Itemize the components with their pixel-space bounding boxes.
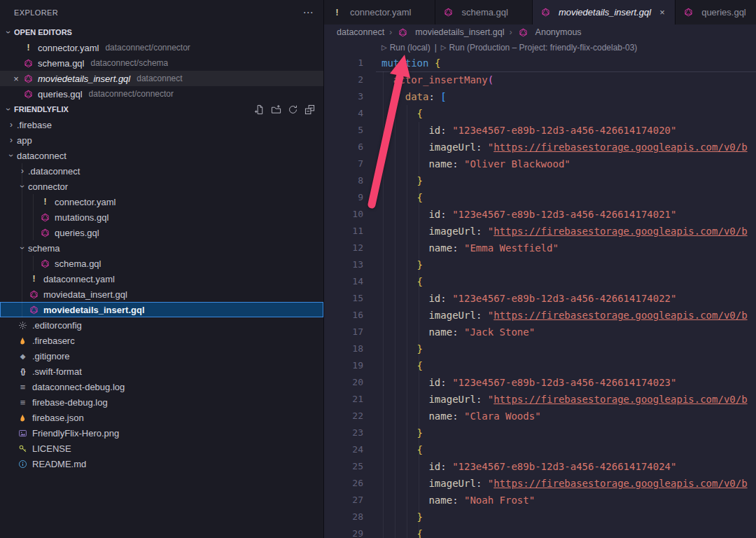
tree-item-firebaserc[interactable]: .firebaserc [0, 333, 323, 348]
run-local-link[interactable]: ▷ Run (local) [382, 43, 430, 53]
chevron-right-icon: › [6, 120, 17, 130]
file-label: queries.gql [55, 228, 99, 238]
breadcrumb-item-moviedetails-insert-gql[interactable]: moviedetails_insert.gql [397, 27, 504, 38]
tree-item-editorconfig[interactable]: .editorconfig [0, 317, 323, 333]
new-folder-icon[interactable] [271, 104, 281, 115]
code-line-4: 4 { [324, 105, 756, 122]
open-editor-item-queries-gql[interactable]: queries.gqldataconnect/connector [0, 86, 323, 102]
tree-item-moviedetails-insert-gql[interactable]: moviedetails_insert.gql [0, 302, 323, 317]
tab-connector-yaml[interactable]: !connector.yaml [324, 0, 435, 25]
tree-item-dataconnect[interactable]: ›.dataconnect [0, 163, 323, 179]
sticky-separator [376, 71, 756, 72]
close-icon[interactable]: × [657, 7, 668, 18]
line-number: 20 [324, 374, 363, 391]
graphql-icon [39, 258, 51, 269]
firebase-flame-icon [17, 335, 29, 346]
code-line-23: 23 } [324, 425, 756, 441]
tree-item-dataconnect[interactable]: ›dataconnect [0, 148, 323, 163]
tree-item-app[interactable]: ›app [0, 132, 323, 148]
refresh-icon[interactable] [288, 104, 298, 115]
code-text: } [363, 172, 423, 189]
tree-item-license[interactable]: LICENSE [0, 441, 323, 456]
indent-guide [383, 71, 384, 538]
tab-moviedetails-insert-gql[interactable]: moviedetails_insert.gql× [533, 0, 676, 25]
graphql-icon [682, 7, 694, 18]
code-line-26: 26 imageUrl: "https://firebasestorage.go… [324, 475, 756, 492]
code-line-1: 1mutation { [324, 55, 756, 71]
code-text: imageUrl: "https://firebasestorage.googl… [363, 307, 748, 324]
tree-indent-guide [22, 225, 22, 240]
file-label: .gitignore [32, 351, 69, 361]
more-actions-icon[interactable]: ⋯ [303, 6, 314, 19]
codelens: ▷ Run (local) | ▷ Run (Production – Proj… [324, 40, 756, 55]
tree-item-readme-md[interactable]: README.md [0, 456, 323, 471]
tree-item-connector[interactable]: ›connector [0, 179, 323, 194]
line-number: 15 [324, 290, 363, 307]
code-text: { [363, 357, 423, 374]
code-line-16: 16 imageUrl: "https://firebasestorage.go… [324, 307, 756, 324]
code-text: mutation { [363, 55, 440, 71]
line-number: 8 [324, 172, 363, 189]
tree-item-schema-gql[interactable]: schema.gql [0, 256, 323, 271]
open-editor-item-connector-yaml[interactable]: !connector.yamldataconnect/connector [0, 40, 323, 55]
tree-item-firebase-debug-log[interactable]: ≡firebase-debug.log [0, 394, 323, 410]
tree-item-schema[interactable]: ›schema [0, 240, 323, 256]
run-production-link[interactable]: ▷ Run (Production – Project: friendly-fl… [441, 43, 638, 53]
tree-indent-guide [22, 271, 22, 287]
collapse-all-icon[interactable] [304, 104, 315, 115]
tree-item-gitignore[interactable]: ◆.gitignore [0, 348, 323, 364]
section-action-icons [254, 104, 323, 115]
tree-item-dataconnect-yaml[interactable]: !dataconnect.yaml [0, 271, 323, 287]
tree-item-moviedata-insert-gql[interactable]: moviedata_insert.gql [0, 287, 323, 302]
tab-label: moviedetails_insert.gql [559, 7, 651, 18]
tree-item-mutations-gql[interactable]: mutations.gql [0, 209, 323, 225]
line-number: 26 [324, 475, 363, 492]
project-section-header[interactable]: › FRIENDLYFLIX [0, 102, 323, 117]
indent-guide [395, 88, 396, 538]
line-number: 1 [324, 55, 363, 71]
code-text: { [363, 189, 423, 206]
open-editor-label: schema.gql [38, 58, 84, 69]
open-editors-header[interactable]: › OPEN EDITORS [0, 25, 323, 40]
code-line-7: 7 name: "Oliver Blackwood" [324, 156, 756, 172]
open-editor-item-moviedetails-insert-gql[interactable]: ×moviedetails_insert.gqldataconnect [0, 71, 323, 86]
tree-item-friendlyflix-hero-png[interactable]: FriendlyFlix-Hero.png [0, 425, 323, 441]
code-line-15: 15 id: "123e4567-e89b-12d3-a456-42661417… [324, 290, 756, 307]
tree-item-firebase[interactable]: ›.firebase [0, 117, 323, 132]
play-icon: ▷ [382, 43, 387, 51]
file-label: .firebaserc [32, 336, 75, 346]
graphql-icon [39, 227, 51, 238]
open-editor-label: connector.yaml [38, 43, 99, 53]
close-icon[interactable]: × [10, 74, 22, 84]
code-line-22: 22 name: "Clara Woods" [324, 408, 756, 425]
line-number: 12 [324, 240, 363, 256]
breadcrumb-item-dataconnect[interactable]: dataconnect [337, 27, 384, 37]
open-editor-label: moviedetails_insert.gql [38, 74, 130, 84]
breadcrumb-item-anonymous[interactable]: Anonymous [517, 27, 582, 38]
code-text: imageUrl: "https://firebasestorage.googl… [363, 223, 748, 240]
run-local-label: Run (local) [390, 43, 430, 53]
file-label: schema.gql [55, 258, 101, 269]
image-file-icon [17, 427, 29, 439]
code-text: } [363, 256, 423, 273]
code-line-19: 19 { [324, 357, 756, 374]
tree-indent-guide [22, 163, 22, 179]
tree-item-swift-format[interactable]: {}.swift-format [0, 364, 323, 379]
tab-schema-gql[interactable]: schema.gql [435, 0, 532, 25]
tree-indent-guide [22, 287, 22, 302]
info-icon [17, 458, 29, 469]
open-editor-label: queries.gql [38, 89, 83, 99]
code-text: id: "123e4567-e89b-12d3-a456-42661417402… [363, 290, 676, 307]
tab-queries-gql[interactable]: queries.gql [676, 0, 756, 25]
tree-item-queries-gql[interactable]: queries.gql [0, 225, 323, 240]
new-file-icon[interactable] [254, 104, 265, 115]
code-editor[interactable]: 1mutation {2 actor_insertMany(3 data: [4… [324, 55, 756, 538]
open-editor-item-schema-gql[interactable]: schema.gqldataconnect/schema [0, 55, 323, 71]
tree-item-firebase-json[interactable]: firebase.json [0, 410, 323, 425]
line-number: 27 [324, 492, 363, 509]
code-line-29: 29 { [324, 525, 756, 538]
open-editor-path: dataconnect/schema [90, 58, 168, 68]
tree-item-connector-yaml[interactable]: !connector.yaml [0, 194, 323, 209]
tree-item-dataconnect-debug-log[interactable]: ≡dataconnect-debug.log [0, 379, 323, 394]
file-label: .firebase [17, 120, 52, 130]
